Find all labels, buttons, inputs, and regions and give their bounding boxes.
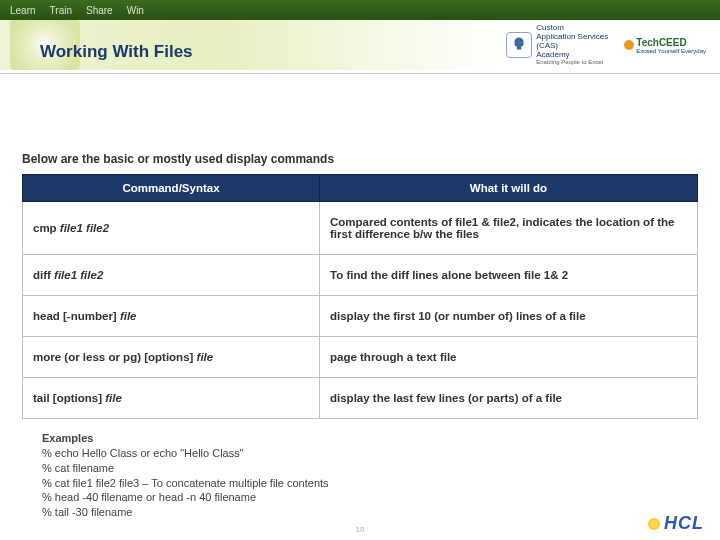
header-logos: Custom Application Services (CAS) Academ… [506,24,710,66]
horizontal-rule [0,73,720,74]
slide-content: Below are the basic or mostly used displ… [0,70,720,520]
example-line: % echo Hello Class or echo "Hello Class" [42,446,698,461]
example-line: % head -40 filename or head -n 40 filena… [42,490,698,505]
cell-command: more (or less or pg) [options] file [23,337,320,378]
hcl-logo: HCL [648,513,704,534]
cell-description: Compared contents of file1 & file2, indi… [320,202,698,255]
example-line: % cat file1 file2 file3 – To concatenate… [42,476,698,491]
cell-description: display the first 10 (or number of) line… [320,296,698,337]
example-line: % cat filename [42,461,698,476]
header-command: Command/Syntax [23,175,320,202]
topbar-item: Win [127,5,144,16]
cell-command: cmp file1 file2 [23,202,320,255]
intro-text: Below are the basic or mostly used displ… [22,152,698,166]
cell-description: display the last few lines (or parts) of… [320,378,698,419]
triangle-icon [624,40,634,50]
cell-description: To find the diff lines alone between fil… [320,255,698,296]
table-row: tail [options] file display the last few… [23,378,698,419]
cas-academy-logo: Custom Application Services (CAS) Academ… [506,24,608,66]
table-row: diff file1 file2 To find the diff lines … [23,255,698,296]
table-row: head [-number] file display the first 10… [23,296,698,337]
topbar-item: Train [50,5,72,16]
techceed-logo: TechCEED Exceed Yourself Everyday [624,37,706,54]
example-line: % tail -30 filename [42,505,698,520]
cell-command: tail [options] file [23,378,320,419]
table-header-row: Command/Syntax What it will do [23,175,698,202]
examples-block: Examples % echo Hello Class or echo "Hel… [42,431,698,520]
cell-command: diff file1 file2 [23,255,320,296]
page-number: 18 [356,525,365,534]
topbar-item: Share [86,5,113,16]
header-description: What it will do [320,175,698,202]
cell-command: head [-number] file [23,296,320,337]
slide-title: Working With Files [40,42,193,62]
sun-icon [648,518,660,530]
brain-icon [506,32,532,58]
table-row: cmp file1 file2 Compared contents of fil… [23,202,698,255]
commands-table: Command/Syntax What it will do cmp file1… [22,174,698,419]
top-nav-bar: Learn Train Share Win [0,0,720,20]
examples-title: Examples [42,431,698,446]
table-row: more (or less or pg) [options] file page… [23,337,698,378]
cell-description: page through a text file [320,337,698,378]
topbar-item: Learn [10,5,36,16]
